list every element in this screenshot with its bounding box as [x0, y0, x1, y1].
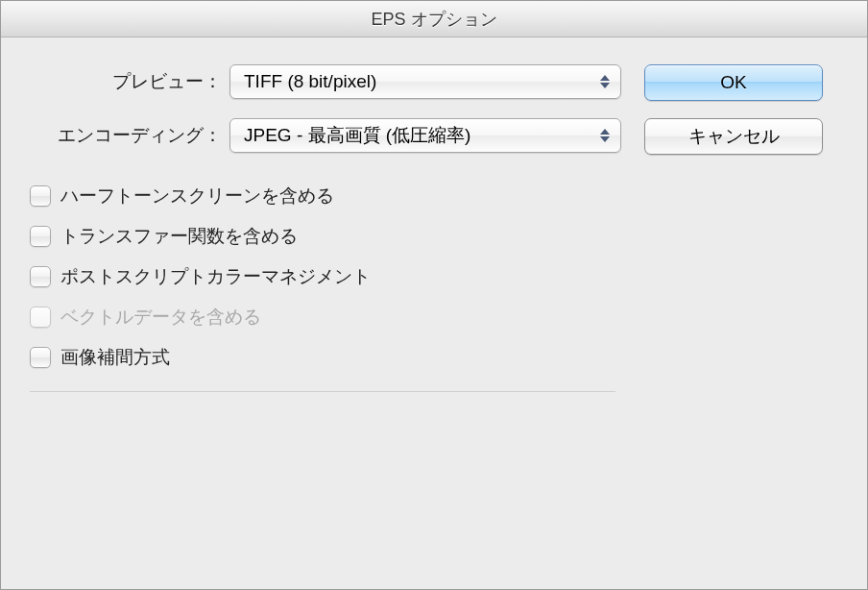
encoding-popup-value: JPEG - 最高画質 (低圧縮率) — [244, 123, 470, 148]
checkbox-transfer[interactable] — [30, 226, 51, 247]
popup-arrows-icon — [599, 75, 611, 88]
ok-button-label: OK — [720, 72, 746, 93]
checkbox-halftone-label: ハーフトーンスクリーンを含める — [60, 184, 334, 209]
encoding-row: エンコーディング： JPEG - 最高画質 (低圧縮率) — [30, 118, 644, 153]
preview-popup-value: TIFF (8 bit/pixel) — [244, 71, 376, 92]
preview-popup[interactable]: TIFF (8 bit/pixel) — [229, 64, 621, 99]
dialog-content: プレビュー： TIFF (8 bit/pixel) エンコーディング： JPEG… — [1, 37, 867, 589]
checkbox-postscript-color-label: ポストスクリプトカラーマネジメント — [60, 264, 371, 289]
ok-button[interactable]: OK — [644, 64, 823, 101]
encoding-popup[interactable]: JPEG - 最高画質 (低圧縮率) — [229, 118, 621, 153]
encoding-label: エンコーディング： — [30, 123, 229, 148]
checkbox-halftone[interactable] — [30, 185, 51, 207]
cancel-button[interactable]: キャンセル — [644, 118, 823, 155]
checkbox-vector-row: ベクトルデータを含める — [30, 305, 615, 330]
checkbox-postscript-color-row[interactable]: ポストスクリプトカラーマネジメント — [30, 264, 615, 289]
checkbox-interpolation-row[interactable]: 画像補間方式 — [30, 345, 615, 370]
main-column: プレビュー： TIFF (8 bit/pixel) エンコーディング： JPEG… — [30, 64, 644, 570]
checkbox-vector-label: ベクトルデータを含める — [60, 305, 261, 330]
preview-label: プレビュー： — [30, 69, 229, 94]
button-column: OK キャンセル — [644, 64, 838, 570]
dialog-title: EPS オプション — [371, 8, 496, 31]
cancel-button-label: キャンセル — [688, 124, 780, 149]
popup-arrows-icon — [599, 129, 611, 142]
eps-options-dialog: EPS オプション プレビュー： TIFF (8 bit/pixel) エンコー… — [0, 0, 868, 590]
checkbox-vector — [30, 307, 51, 328]
checkbox-interpolation-label: 画像補間方式 — [60, 345, 170, 370]
dialog-titlebar: EPS オプション — [1, 1, 867, 37]
checkbox-interpolation[interactable] — [30, 347, 51, 368]
checkbox-halftone-row[interactable]: ハーフトーンスクリーンを含める — [30, 184, 615, 209]
checkbox-transfer-row[interactable]: トランスファー関数を含める — [30, 224, 615, 249]
preview-row: プレビュー： TIFF (8 bit/pixel) — [30, 64, 644, 99]
checkbox-group: ハーフトーンスクリーンを含める トランスファー関数を含める ポストスクリプトカラ… — [30, 184, 615, 392]
checkbox-transfer-label: トランスファー関数を含める — [60, 224, 298, 249]
checkbox-postscript-color[interactable] — [30, 266, 51, 287]
